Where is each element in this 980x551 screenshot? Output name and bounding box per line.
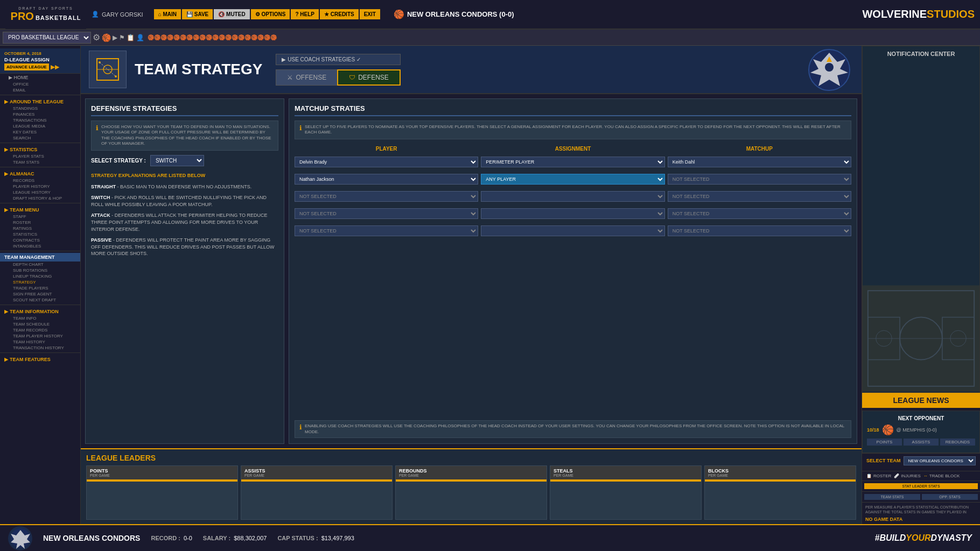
sidebar-item-strategy[interactable]: STRATEGY [0, 279, 80, 285]
assignment-col-header: ASSIGNMENT [481, 144, 664, 154]
matchup-row-1: Delvin Brady PERIMETER PLAYERANY PLAYER … [295, 157, 851, 169]
toolbar-icon-2[interactable]: 🏀 [102, 33, 111, 42]
sidebar-team-menu-header: ▶ TEAM MENU [0, 205, 80, 214]
trade-block-action[interactable]: ↔ TRADE BLOCK [923, 474, 960, 478]
sidebar-item-team-records[interactable]: TEAM RECORDS [0, 327, 80, 333]
assignment-select-3[interactable] [481, 191, 664, 202]
toolbar-icon-6[interactable]: 👤 [136, 34, 144, 41]
sidebar-item-sign-free-agent[interactable]: SIGN FREE AGENT [0, 291, 80, 297]
strategy-dropdown[interactable]: SWITCH STRAIGHT ATTACK PASSIVE [150, 155, 204, 166]
sidebar-item-standings[interactable]: STANDINGS [0, 105, 80, 111]
cap-stat: CAP STATUS : $13,497,993 [277, 535, 354, 541]
matchup-select-4[interactable]: NOT SELECTED [668, 208, 851, 219]
opp-stats-btn[interactable]: OPP. STATS [922, 494, 978, 500]
sidebar-item-sub-rotations[interactable]: SUB ROTATIONS [0, 267, 80, 273]
toolbar-icon-5[interactable]: 📋 [127, 34, 135, 41]
ll-rebounds-title: REBOUNDS [399, 468, 543, 474]
player-select-2[interactable]: Nathan Jackson [295, 174, 478, 185]
sidebar-item-home[interactable]: ▶ HOME [0, 74, 80, 81]
sidebar-item-team-stats[interactable]: TEAM STATS [0, 159, 80, 165]
stat-leader-stats-btn[interactable]: STAT LEADER STATS [864, 483, 978, 489]
sidebar-item-email[interactable]: EMAIL [0, 87, 80, 93]
advance-league-button[interactable]: ADVANCE LEAGUE [4, 63, 49, 70]
matchup-select-5[interactable]: NOT SELECTED [668, 225, 851, 236]
sidebar-item-contracts[interactable]: CONTRACTS [0, 237, 80, 243]
sidebar-item-staff[interactable]: STAFF [0, 214, 80, 220]
matchup-select-1[interactable]: Keith Dahl [668, 157, 851, 167]
defensive-info-text: CHOOSE HOW YOU WANT YOUR TEAM TO DEFEND … [101, 124, 274, 147]
save-button[interactable]: 💾 SAVE [182, 9, 213, 19]
sidebar-item-search[interactable]: SEARCH [0, 135, 80, 141]
defensive-strategies-title: DEFENSIVE STRATEGIES [91, 104, 278, 116]
sidebar-item-team-player-history[interactable]: TEAM PLAYER HISTORY [0, 333, 80, 339]
sidebar-item-ratings[interactable]: RATINGS [0, 225, 80, 231]
sidebar-item-statistics[interactable]: STATISTICS [0, 231, 80, 237]
sidebar-item-key-dates[interactable]: KEY DATES [0, 129, 80, 135]
next-opponent-section: NEXT OPPONENT 10/18 🏀 @ MEMPHIS (0-0) PO… [862, 411, 980, 453]
team-stat-buttons: TEAM STATS OPP. STATS [862, 491, 980, 502]
sidebar-item-office[interactable]: OFFICE [0, 81, 80, 87]
sidebar-item-player-history[interactable]: PLAYER HISTORY [0, 183, 80, 189]
opp-points-btn[interactable]: POINTS [867, 439, 902, 446]
sidebar-item-trade-players[interactable]: TRADE PLAYERS [0, 285, 80, 291]
info-icon-1: ℹ [96, 124, 99, 147]
sidebar-item-depth-chart[interactable]: DEPTH CHART [0, 262, 80, 267]
sidebar-stats-header: ▶ STATISTICS [0, 145, 80, 153]
injuries-action[interactable]: 🩹 INJURIES [894, 474, 920, 478]
team-selector[interactable]: NEW ORLEANS CONDORS [904, 456, 976, 465]
salary-value: $88,302,007 [234, 535, 267, 541]
assignment-select-5[interactable] [481, 225, 664, 236]
stat-desc-text: PER MEASURE A PLAYER'S STATISTICAL CONTR… [865, 505, 977, 514]
player-select-4[interactable]: NOT SELECTED [295, 208, 478, 219]
sidebar-item-lineup-tracking[interactable]: LINEUP TRACKING [0, 273, 80, 279]
muted-button[interactable]: 🔇 MUTED [214, 9, 249, 19]
league-select[interactable]: PRO BASKETBALL LEAGUE [3, 32, 91, 44]
advance-icon: ▶▶ [51, 63, 59, 70]
opp-rebounds-btn[interactable]: REBOUNDS [940, 439, 975, 446]
ll-assists: ASSISTS PER GAME [241, 465, 393, 520]
sidebar-item-team-history[interactable]: TEAM HISTORY [0, 339, 80, 345]
use-coach-strategies-button[interactable]: ▶ USE COACH STRATEGIES ✓ [276, 54, 400, 65]
ll-blocks-title: BLOCKS [708, 468, 852, 474]
logo-basketball-text: BASKETBALL [36, 15, 81, 21]
assignment-select-2[interactable]: ANY PLAYERPERIMETER PLAYER [481, 174, 664, 185]
player-select-3[interactable]: NOT SELECTED [295, 191, 478, 202]
sidebar-item-finances[interactable]: FINANCES [0, 111, 80, 117]
player-select-1[interactable]: Delvin Brady [295, 157, 478, 167]
toolbar-icon-3[interactable]: ▶ [113, 34, 117, 41]
next-opponent-title: NEXT OPPONENT [867, 415, 975, 421]
sidebar-divider-4 [0, 203, 80, 203]
player-select-5[interactable]: NOT SELECTED [295, 225, 478, 236]
toolbar-icon-1[interactable]: ⚙ [93, 32, 100, 43]
assignment-select-1[interactable]: PERIMETER PLAYERANY PLAYER [481, 157, 664, 167]
help-button[interactable]: ? HELP [291, 9, 319, 19]
sidebar-item-player-stats[interactable]: PLAYER STATS [0, 153, 80, 159]
sidebar-item-transaction-history[interactable]: TRANSACTION HISTORY [0, 345, 80, 351]
sidebar-item-team-schedule[interactable]: TEAM SCHEDULE [0, 321, 80, 327]
team-stats-btn[interactable]: TEAM STATS [864, 494, 920, 500]
exit-button[interactable]: EXIT [360, 9, 380, 19]
studios-label: STUDIOS [927, 8, 975, 20]
options-button[interactable]: ⚙ OPTIONS [251, 9, 290, 19]
matchup-select-2[interactable]: NOT SELECTED [668, 174, 851, 185]
offense-tab-button[interactable]: ⚔ OFFENSE [276, 69, 337, 86]
sidebar-item-transactions[interactable]: TRANSACTIONS [0, 117, 80, 123]
matchup-select-3[interactable]: NOT SELECTED [668, 191, 851, 202]
sidebar-item-scout-next-draft[interactable]: SCOUT NEXT DRAFT [0, 297, 80, 303]
toolbar-icon-4[interactable]: ⚑ [119, 34, 125, 41]
opp-assists-btn[interactable]: ASSISTS [904, 439, 939, 446]
credits-button[interactable]: ★ CREDITS [320, 9, 359, 19]
strategy-attack-desc: ATTACK - DEFENDERS WILL ATTACK THE PERIM… [91, 212, 278, 232]
defense-tab-button[interactable]: 🛡 DEFENSE [337, 69, 401, 86]
main-button[interactable]: ⌂ MAIN [154, 9, 181, 19]
sidebar-item-intangibles[interactable]: INTANGIBLES [0, 243, 80, 249]
sidebar-item-league-history[interactable]: LEAGUE HISTORY [0, 189, 80, 195]
sidebar-item-team-info[interactable]: TEAM INFO [0, 315, 80, 321]
sidebar-item-league-media[interactable]: LEAGUE MEDIA [0, 123, 80, 129]
ll-steals: STEALS PER GAME [550, 465, 702, 520]
sidebar-item-records[interactable]: RECORDS [0, 178, 80, 183]
assignment-select-4[interactable] [481, 208, 664, 219]
roster-action[interactable]: 📋 ROSTER [866, 474, 891, 478]
sidebar-item-draft-history[interactable]: DRAFT HISTORY & HOP [0, 195, 80, 201]
sidebar-item-roster[interactable]: ROSTER [0, 220, 80, 225]
